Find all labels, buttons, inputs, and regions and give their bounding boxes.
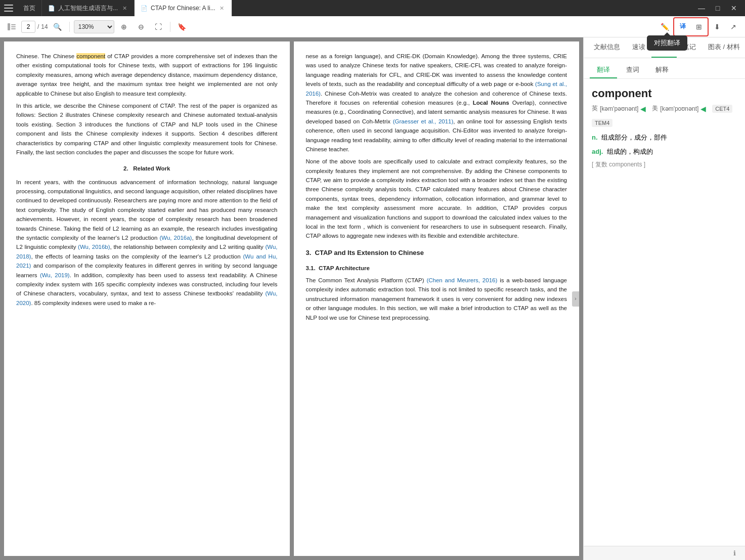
main-content: Chinese. The Chinese component of CTAP p… [0, 37, 745, 560]
translate-popup-label: 对照翻译 [654, 39, 680, 47]
page-total: 14 [41, 23, 48, 30]
def-noun: 组成部分，成分，部件 [601, 134, 667, 141]
page-separator: / [37, 23, 39, 30]
right-panel-subtabs: 翻译 查词 解释 [584, 58, 745, 79]
sidebar-toggle-button[interactable] [4, 19, 19, 34]
pdf-para-r1: nese as a foreign language), and CRIE-DK… [306, 52, 567, 154]
tab-home[interactable]: 首页 [17, 0, 42, 16]
separator-1 [69, 22, 70, 32]
page-number-input[interactable]: 2 [21, 21, 35, 33]
tab-ai-icon: 📄 [48, 5, 55, 12]
pdf-para-r3: The Common Text Analysis Platform (CTAP)… [306, 276, 567, 322]
tab-ai[interactable]: 📄 人工智能生成语言与... ✕ [42, 0, 135, 16]
svg-rect-2 [11, 26, 16, 27]
tab-literature[interactable]: 文献信息 [588, 37, 626, 58]
tab-ctap-label: CTAP for Chinese: A li... [151, 5, 215, 12]
pdf-text-left: Chinese. The Chinese component of CTAP p… [16, 52, 278, 308]
phonetic-us-ipa: [kəm'poʊnənt] [660, 105, 698, 112]
zoom-out-button[interactable]: ⊖ [134, 19, 149, 34]
pdf-subsection-31: 3.1. CTAP Architecture [306, 264, 567, 273]
info-icon[interactable]: ℹ [729, 548, 740, 559]
translate-highlight-group: 译 ⊞ [673, 17, 709, 36]
phonetic-us-lang: 美 [652, 104, 658, 113]
phonetic-en: 英 [kəm'pəʊnənt] ◀ [592, 104, 646, 113]
toolbar: 2 / 14 🔍 50% 75% 100% 125% 130% 150% 200… [0, 16, 745, 37]
zoom-select[interactable]: 50% 75% 100% 125% 130% 150% 200% [74, 20, 114, 33]
dict-def-noun: n. 组成部分，成分，部件 [592, 132, 737, 143]
bilingual-button[interactable]: ⊞ [691, 19, 707, 34]
tab-charts[interactable]: 图表 / 材料 [702, 37, 745, 58]
download-button[interactable]: ⬇ [710, 19, 725, 34]
right-panel: 文献信息 速读 翻译 笔记 图表 / 材料 翻译 查词 解释 component… [583, 37, 745, 560]
pdf-page-right: nese as a foreign language), and CRIE-DK… [294, 41, 580, 556]
close-button[interactable]: ✕ [727, 1, 741, 15]
window-controls: — □ ✕ [694, 1, 741, 15]
pos-noun: n. [592, 134, 598, 141]
svg-rect-3 [11, 28, 16, 29]
bottom-bar: ℹ [584, 546, 745, 560]
toolbar-right: ✏️ 译 ⊞ 对照翻译 ⬇ ↗ [657, 17, 741, 36]
subtab-lookup[interactable]: 查词 [619, 62, 646, 78]
dict-def-adj: adj. 组成的，构成的 [592, 146, 737, 157]
subtab-explain[interactable]: 解释 [648, 62, 676, 78]
title-bar: 首页 📄 人工智能生成语言与... ✕ 📄 CTAP for Chinese: … [0, 0, 745, 16]
separator-2 [170, 22, 170, 32]
pdf-para-3: In recent years, with the continuous adv… [16, 178, 278, 308]
tab-ai-label: 人工智能生成语言与... [58, 4, 118, 13]
sidebar-toggle-icon [8, 23, 16, 30]
pdf-para-1: Chinese. The Chinese component of CTAP p… [16, 52, 278, 98]
svg-rect-1 [11, 24, 16, 25]
play-us-button[interactable]: ◀ [700, 105, 706, 113]
dict-plural: [ 复数 components ] [592, 160, 737, 169]
phonetic-us: 美 [kəm'poʊnənt] ◀ [652, 104, 706, 113]
search-button[interactable]: 🔍 [50, 19, 65, 34]
pdf-para-2: In this article, we describe the Chinese… [16, 101, 278, 157]
dict-phonetics: 英 [kəm'pəʊnənt] ◀ 美 [kəm'poʊnənt] ◀ CET4… [592, 104, 737, 127]
pdf-area: Chinese. The Chinese component of CTAP p… [0, 37, 583, 560]
menu-icon[interactable] [4, 5, 13, 12]
tab-ai-close[interactable]: ✕ [121, 5, 128, 12]
phonetic-en-ipa: [kəm'pəʊnənt] [600, 105, 638, 112]
dict-content: component 英 [kəm'pəʊnənt] ◀ 美 [kəm'poʊnə… [584, 79, 745, 546]
scroll-indicator[interactable]: › [572, 291, 579, 307]
dict-word: component [592, 87, 737, 100]
maximize-button[interactable]: □ [711, 1, 725, 15]
badge-cet4: CET4 [712, 105, 732, 113]
pdf-section-2: 2. Related Work [16, 164, 278, 173]
def-adj: 组成的，构成的 [607, 148, 653, 155]
translate-popup: 对照翻译 [647, 35, 687, 51]
share-button[interactable]: ↗ [726, 19, 741, 34]
tab-ctap[interactable]: 📄 CTAP for Chinese: A li... ✕ [135, 0, 232, 16]
pos-adj: adj. [592, 148, 603, 155]
tab-bar: 首页 📄 人工智能生成语言与... ✕ 📄 CTAP for Chinese: … [17, 0, 232, 16]
pdf-section-3: 3. CTAP and Its Extension to Chinese [306, 248, 567, 259]
play-en-button[interactable]: ◀ [640, 105, 646, 113]
tab-ctap-icon: 📄 [141, 5, 148, 12]
title-bar-left: 首页 📄 人工智能生成语言与... ✕ 📄 CTAP for Chinese: … [4, 0, 232, 16]
bookmark-button[interactable]: 🔖 [174, 19, 190, 34]
translate-button[interactable]: 译 [675, 19, 690, 34]
badge-tem4: TEM4 [592, 119, 612, 127]
minimize-button[interactable]: — [694, 1, 709, 15]
subtab-translate[interactable]: 翻译 [590, 62, 617, 78]
tab-ctap-close[interactable]: ✕ [218, 5, 226, 12]
svg-rect-0 [8, 23, 10, 30]
fit-page-button[interactable]: ⛶ [151, 19, 166, 34]
tab-home-label: 首页 [23, 4, 35, 13]
page-navigation: 2 / 14 [21, 21, 48, 33]
zoom-in-button[interactable]: ⊕ [116, 19, 132, 34]
pdf-page-left: Chinese. The Chinese component of CTAP p… [4, 41, 290, 556]
pdf-text-right: nese as a foreign language), and CRIE-DK… [306, 52, 567, 322]
pdf-para-r2: None of the above tools are specifically… [306, 157, 567, 241]
phonetic-en-lang: 英 [592, 104, 598, 113]
